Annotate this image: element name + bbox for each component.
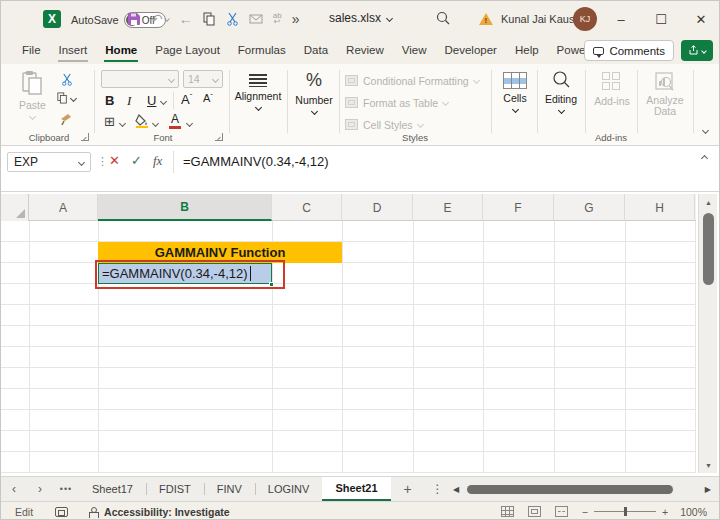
maximize-button[interactable]: ☐ xyxy=(641,1,681,37)
alignment-lines-icon xyxy=(249,74,267,87)
cells-button[interactable]: Cells xyxy=(497,72,533,112)
tab-data[interactable]: Data xyxy=(295,38,337,63)
tab-help[interactable]: Help xyxy=(506,38,548,63)
replace-icon[interactable]: ab↩ xyxy=(273,9,282,29)
name-box-value: EXP xyxy=(14,155,38,169)
zoom-level[interactable]: 100% xyxy=(680,506,707,518)
ribbon-tab-row: File Insert Home Page Layout Formulas Da… xyxy=(1,37,720,64)
sheet-tab-sheet21[interactable]: Sheet21 xyxy=(322,477,390,501)
page-layout-view-icon[interactable] xyxy=(528,506,541,517)
column-header-b[interactable]: B xyxy=(98,194,272,221)
tab-home[interactable]: Home xyxy=(96,38,146,63)
scroll-down-icon[interactable]: ▼ xyxy=(699,457,718,473)
horizontal-scrollbar[interactable]: ◀ ▶ xyxy=(453,481,715,497)
normal-view-icon[interactable] xyxy=(501,506,514,517)
clipboard-dialog-launcher-icon[interactable] xyxy=(81,133,89,141)
ribbon: Paste Clipboard 14 B I U xyxy=(1,64,720,146)
tab-view[interactable]: View xyxy=(393,38,436,63)
select-all-button[interactable] xyxy=(1,194,29,221)
tab-insert[interactable]: Insert xyxy=(50,38,97,63)
collapse-formula-bar-icon[interactable] xyxy=(701,155,708,162)
scroll-up-icon[interactable]: ▲ xyxy=(699,194,718,210)
zoom-slider-thumb[interactable] xyxy=(624,507,627,516)
autosave-label: AutoSave xyxy=(71,14,119,26)
enter-icon[interactable]: ✓ xyxy=(131,153,142,168)
alignment-label: Alignment xyxy=(235,90,282,102)
collapse-ribbon-chevron-icon[interactable] xyxy=(702,127,709,134)
tab-developer[interactable]: Developer xyxy=(436,38,506,63)
vertical-scroll-thumb[interactable] xyxy=(703,213,714,285)
page-break-view-icon[interactable] xyxy=(555,506,568,517)
tab-page-layout[interactable]: Page Layout xyxy=(146,38,229,63)
avatar[interactable]: KJ xyxy=(573,7,597,31)
cell-mode-indicator[interactable]: Edit xyxy=(15,506,33,518)
share-icon xyxy=(688,45,699,56)
sheet-menu-icon[interactable]: ⋮ xyxy=(425,477,451,501)
vertical-scrollbar[interactable]: ▲ ▼ xyxy=(698,194,717,473)
addins-group-label: Add-ins xyxy=(581,132,641,143)
share-button[interactable] xyxy=(681,40,713,61)
alignment-button[interactable]: Alignment xyxy=(235,74,281,110)
sheet-tab-finv[interactable]: FINV xyxy=(204,477,255,501)
insert-function-icon[interactable]: fx xyxy=(153,153,162,169)
name-box-chevron-icon xyxy=(78,158,85,165)
font-group-label: Font xyxy=(101,132,225,143)
column-header-a[interactable]: A xyxy=(29,194,98,221)
scroll-left-icon[interactable]: ◀ xyxy=(453,485,459,494)
formula-bar-grip-icon[interactable]: ⋮ xyxy=(97,155,108,168)
share-chevron-down-icon xyxy=(701,48,707,54)
number-button[interactable]: % Number xyxy=(293,70,335,114)
editing-button[interactable]: Editing xyxy=(541,70,581,113)
name-box[interactable]: EXP xyxy=(7,152,91,172)
percent-icon: % xyxy=(306,70,322,91)
toolbar-overflow-icon[interactable]: » xyxy=(292,9,300,29)
title-bar: X AutoSave Off ↶ ← ab↩ xyxy=(1,1,720,37)
warning-icon[interactable]: ! xyxy=(479,13,493,25)
styles-group: Styles xyxy=(345,64,485,146)
comments-button[interactable]: Comments xyxy=(584,40,674,61)
zoom-slider[interactable] xyxy=(594,511,656,512)
copy-icon[interactable] xyxy=(203,9,216,29)
styles-group-label: Styles xyxy=(345,132,485,143)
cancel-icon[interactable]: ✕ xyxy=(109,153,120,168)
document-title[interactable]: sales.xlsx xyxy=(329,11,392,25)
sheet-tab-sheet17[interactable]: Sheet17 xyxy=(79,477,146,501)
email-icon[interactable] xyxy=(249,9,263,29)
sheet-tab-loginv[interactable]: LOGINV xyxy=(255,477,323,501)
column-header-d[interactable]: D xyxy=(342,194,413,221)
formula-input[interactable]: =GAMMAINV(0.34,-4,12) xyxy=(183,154,329,169)
close-button[interactable]: ✕ xyxy=(681,1,720,37)
search-icon[interactable] xyxy=(435,10,451,30)
accessibility-status[interactable]: Accessibility: Investigate xyxy=(104,506,229,518)
minimize-button[interactable]: – xyxy=(601,1,641,37)
tab-review[interactable]: Review xyxy=(337,38,393,63)
tab-formulas[interactable]: Formulas xyxy=(229,38,295,63)
font-dialog-launcher-icon[interactable] xyxy=(215,133,223,141)
zoom-out-button[interactable]: − xyxy=(582,506,588,518)
horizontal-scroll-thumb[interactable] xyxy=(467,485,673,494)
sheet-tab-fdist[interactable]: FDIST xyxy=(146,477,204,501)
cut-icon[interactable] xyxy=(226,9,239,29)
column-header-g[interactable]: G xyxy=(554,194,625,221)
column-header-h[interactable]: H xyxy=(625,194,695,221)
column-header-c[interactable]: C xyxy=(272,194,342,221)
redo-icon[interactable]: ← xyxy=(179,9,193,29)
undo-icon[interactable]: ↶ xyxy=(151,9,169,29)
macro-record-icon[interactable] xyxy=(55,507,68,517)
red-annotation-box xyxy=(95,260,285,289)
sheet-next-icon[interactable]: › xyxy=(27,477,53,501)
editing-magnifier-icon xyxy=(551,70,571,90)
sheet-prev-icon[interactable]: ‹ xyxy=(1,477,27,501)
sheet-more-icon[interactable]: ••• xyxy=(53,477,79,501)
column-header-f[interactable]: F xyxy=(483,194,554,221)
new-sheet-button[interactable]: + xyxy=(391,477,425,501)
number-chevron-icon xyxy=(310,108,317,115)
zoom-in-button[interactable]: + xyxy=(662,506,668,518)
analyze-data-button[interactable]: Analyze Data xyxy=(641,72,689,117)
tab-file[interactable]: File xyxy=(13,38,50,63)
worksheet-grid: A B C D E F G H 1 2 3 4 5 6 7 8 9 10 11 … xyxy=(1,194,720,476)
cells-area[interactable]: GAMMAINV Function =GAMMAINV(0.34,-4,12) xyxy=(1,221,696,473)
scroll-right-icon[interactable]: ▶ xyxy=(705,485,711,494)
save-icon[interactable] xyxy=(127,9,141,29)
column-header-e[interactable]: E xyxy=(413,194,483,221)
